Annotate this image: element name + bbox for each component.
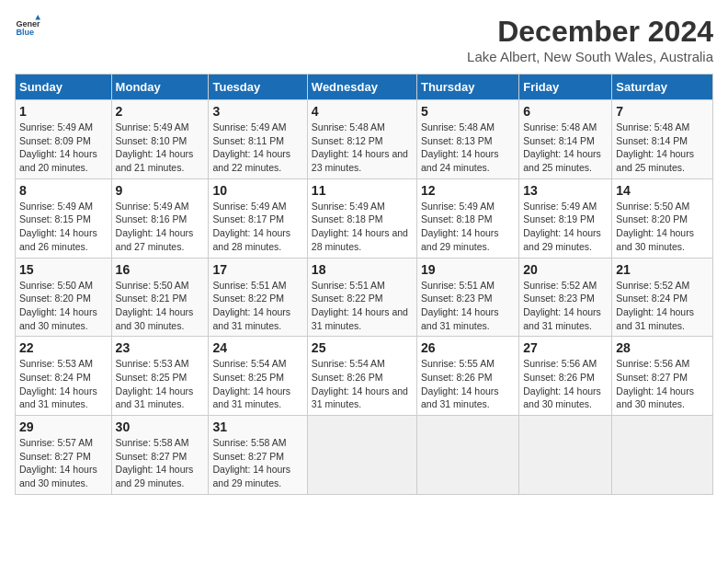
day-info: Sunrise: 5:49 AM Sunset: 8:09 PM Dayligh… bbox=[19, 121, 108, 175]
day-info: Sunrise: 5:48 AM Sunset: 8:14 PM Dayligh… bbox=[523, 121, 608, 175]
day-number: 15 bbox=[19, 262, 108, 277]
calendar-cell: 7 Sunrise: 5:48 AM Sunset: 8:14 PM Dayli… bbox=[612, 100, 713, 179]
day-number: 6 bbox=[523, 104, 608, 119]
day-info: Sunrise: 5:48 AM Sunset: 8:14 PM Dayligh… bbox=[616, 121, 709, 175]
day-info: Sunrise: 5:54 AM Sunset: 8:25 PM Dayligh… bbox=[212, 357, 302, 411]
calendar-cell: 17 Sunrise: 5:51 AM Sunset: 8:22 PM Dayl… bbox=[209, 258, 307, 337]
svg-text:General: General bbox=[16, 19, 40, 29]
calendar-cell: 29 Sunrise: 5:57 AM Sunset: 8:27 PM Dayl… bbox=[16, 416, 112, 495]
col-wednesday: Wednesday bbox=[307, 75, 416, 100]
day-number: 23 bbox=[116, 340, 205, 355]
calendar-cell: 27 Sunrise: 5:56 AM Sunset: 8:26 PM Dayl… bbox=[519, 337, 612, 416]
day-number: 16 bbox=[116, 262, 205, 277]
day-info: Sunrise: 5:58 AM Sunset: 8:27 PM Dayligh… bbox=[116, 436, 205, 490]
day-number: 10 bbox=[212, 183, 302, 198]
calendar-cell bbox=[416, 416, 518, 495]
day-number: 9 bbox=[116, 183, 205, 198]
day-number: 24 bbox=[212, 340, 302, 355]
day-info: Sunrise: 5:49 AM Sunset: 8:18 PM Dayligh… bbox=[312, 200, 413, 254]
day-info: Sunrise: 5:49 AM Sunset: 8:18 PM Dayligh… bbox=[421, 200, 515, 254]
title-area: December 2024 Lake Albert, New South Wal… bbox=[467, 15, 713, 64]
calendar-cell: 28 Sunrise: 5:56 AM Sunset: 8:27 PM Dayl… bbox=[612, 337, 713, 416]
day-number: 21 bbox=[616, 262, 709, 277]
day-info: Sunrise: 5:52 AM Sunset: 8:24 PM Dayligh… bbox=[616, 279, 709, 333]
day-number: 30 bbox=[116, 419, 205, 434]
day-info: Sunrise: 5:51 AM Sunset: 8:22 PM Dayligh… bbox=[212, 279, 302, 333]
day-number: 7 bbox=[616, 104, 709, 119]
location-title: Lake Albert, New South Wales, Australia bbox=[467, 49, 713, 64]
calendar-cell: 9 Sunrise: 5:49 AM Sunset: 8:16 PM Dayli… bbox=[111, 178, 209, 258]
calendar-cell: 22 Sunrise: 5:53 AM Sunset: 8:24 PM Dayl… bbox=[16, 337, 112, 416]
day-info: Sunrise: 5:49 AM Sunset: 8:19 PM Dayligh… bbox=[523, 200, 608, 254]
day-number: 13 bbox=[523, 183, 608, 198]
calendar-cell: 21 Sunrise: 5:52 AM Sunset: 8:24 PM Dayl… bbox=[612, 258, 713, 337]
day-info: Sunrise: 5:52 AM Sunset: 8:23 PM Dayligh… bbox=[523, 279, 608, 333]
calendar-cell: 15 Sunrise: 5:50 AM Sunset: 8:20 PM Dayl… bbox=[16, 258, 112, 337]
calendar-table: Sunday Monday Tuesday Wednesday Thursday… bbox=[15, 74, 713, 495]
day-number: 29 bbox=[19, 419, 108, 434]
day-info: Sunrise: 5:55 AM Sunset: 8:26 PM Dayligh… bbox=[421, 357, 515, 411]
day-number: 12 bbox=[421, 183, 515, 198]
day-number: 2 bbox=[116, 104, 205, 119]
day-number: 22 bbox=[19, 340, 108, 355]
calendar-cell: 5 Sunrise: 5:48 AM Sunset: 8:13 PM Dayli… bbox=[416, 100, 518, 179]
day-number: 17 bbox=[212, 262, 302, 277]
col-tuesday: Tuesday bbox=[209, 75, 307, 100]
calendar-cell: 2 Sunrise: 5:49 AM Sunset: 8:10 PM Dayli… bbox=[111, 100, 209, 179]
day-number: 1 bbox=[19, 104, 108, 119]
col-friday: Friday bbox=[519, 75, 612, 100]
calendar-cell: 13 Sunrise: 5:49 AM Sunset: 8:19 PM Dayl… bbox=[519, 178, 612, 258]
calendar-cell: 31 Sunrise: 5:58 AM Sunset: 8:27 PM Dayl… bbox=[209, 416, 307, 495]
calendar-week-3: 15 Sunrise: 5:50 AM Sunset: 8:20 PM Dayl… bbox=[16, 258, 713, 337]
page-header: General Blue December 2024 Lake Albert, … bbox=[15, 15, 713, 64]
calendar-cell: 10 Sunrise: 5:49 AM Sunset: 8:17 PM Dayl… bbox=[209, 178, 307, 258]
calendar-cell: 8 Sunrise: 5:49 AM Sunset: 8:15 PM Dayli… bbox=[16, 178, 112, 258]
logo: General Blue bbox=[15, 15, 40, 40]
calendar-cell bbox=[519, 416, 612, 495]
day-info: Sunrise: 5:49 AM Sunset: 8:10 PM Dayligh… bbox=[116, 121, 205, 175]
calendar-cell: 25 Sunrise: 5:54 AM Sunset: 8:26 PM Dayl… bbox=[307, 337, 416, 416]
calendar-cell: 26 Sunrise: 5:55 AM Sunset: 8:26 PM Dayl… bbox=[416, 337, 518, 416]
day-number: 26 bbox=[421, 340, 515, 355]
calendar-cell: 24 Sunrise: 5:54 AM Sunset: 8:25 PM Dayl… bbox=[209, 337, 307, 416]
day-info: Sunrise: 5:50 AM Sunset: 8:20 PM Dayligh… bbox=[616, 200, 709, 254]
col-saturday: Saturday bbox=[612, 75, 713, 100]
day-info: Sunrise: 5:53 AM Sunset: 8:24 PM Dayligh… bbox=[19, 357, 108, 411]
day-number: 25 bbox=[312, 340, 413, 355]
day-number: 19 bbox=[421, 262, 515, 277]
day-info: Sunrise: 5:57 AM Sunset: 8:27 PM Dayligh… bbox=[19, 436, 108, 490]
calendar-week-1: 1 Sunrise: 5:49 AM Sunset: 8:09 PM Dayli… bbox=[16, 100, 713, 179]
calendar-week-4: 22 Sunrise: 5:53 AM Sunset: 8:24 PM Dayl… bbox=[16, 337, 713, 416]
day-info: Sunrise: 5:49 AM Sunset: 8:11 PM Dayligh… bbox=[212, 121, 302, 175]
calendar-cell: 23 Sunrise: 5:53 AM Sunset: 8:25 PM Dayl… bbox=[111, 337, 209, 416]
day-info: Sunrise: 5:53 AM Sunset: 8:25 PM Dayligh… bbox=[116, 357, 205, 411]
header-row: Sunday Monday Tuesday Wednesday Thursday… bbox=[16, 75, 713, 100]
day-info: Sunrise: 5:58 AM Sunset: 8:27 PM Dayligh… bbox=[212, 436, 302, 490]
calendar-cell: 30 Sunrise: 5:58 AM Sunset: 8:27 PM Dayl… bbox=[111, 416, 209, 495]
day-info: Sunrise: 5:56 AM Sunset: 8:26 PM Dayligh… bbox=[523, 357, 608, 411]
calendar-cell: 16 Sunrise: 5:50 AM Sunset: 8:21 PM Dayl… bbox=[111, 258, 209, 337]
day-info: Sunrise: 5:49 AM Sunset: 8:15 PM Dayligh… bbox=[19, 200, 108, 254]
day-info: Sunrise: 5:48 AM Sunset: 8:13 PM Dayligh… bbox=[421, 121, 515, 175]
day-number: 4 bbox=[312, 104, 413, 119]
calendar-week-5: 29 Sunrise: 5:57 AM Sunset: 8:27 PM Dayl… bbox=[16, 416, 713, 495]
day-info: Sunrise: 5:49 AM Sunset: 8:16 PM Dayligh… bbox=[116, 200, 205, 254]
calendar-cell: 12 Sunrise: 5:49 AM Sunset: 8:18 PM Dayl… bbox=[416, 178, 518, 258]
day-number: 31 bbox=[212, 419, 302, 434]
day-info: Sunrise: 5:50 AM Sunset: 8:20 PM Dayligh… bbox=[19, 279, 108, 333]
day-number: 5 bbox=[421, 104, 515, 119]
col-monday: Monday bbox=[111, 75, 209, 100]
day-info: Sunrise: 5:48 AM Sunset: 8:12 PM Dayligh… bbox=[312, 121, 413, 175]
day-info: Sunrise: 5:51 AM Sunset: 8:22 PM Dayligh… bbox=[312, 279, 413, 333]
day-info: Sunrise: 5:51 AM Sunset: 8:23 PM Dayligh… bbox=[421, 279, 515, 333]
svg-text:Blue: Blue bbox=[16, 28, 34, 37]
day-number: 3 bbox=[212, 104, 302, 119]
calendar-cell: 18 Sunrise: 5:51 AM Sunset: 8:22 PM Dayl… bbox=[307, 258, 416, 337]
calendar-cell: 3 Sunrise: 5:49 AM Sunset: 8:11 PM Dayli… bbox=[209, 100, 307, 179]
calendar-cell: 11 Sunrise: 5:49 AM Sunset: 8:18 PM Dayl… bbox=[307, 178, 416, 258]
calendar-cell: 14 Sunrise: 5:50 AM Sunset: 8:20 PM Dayl… bbox=[612, 178, 713, 258]
calendar-cell bbox=[612, 416, 713, 495]
day-number: 28 bbox=[616, 340, 709, 355]
day-number: 14 bbox=[616, 183, 709, 198]
day-number: 27 bbox=[523, 340, 608, 355]
